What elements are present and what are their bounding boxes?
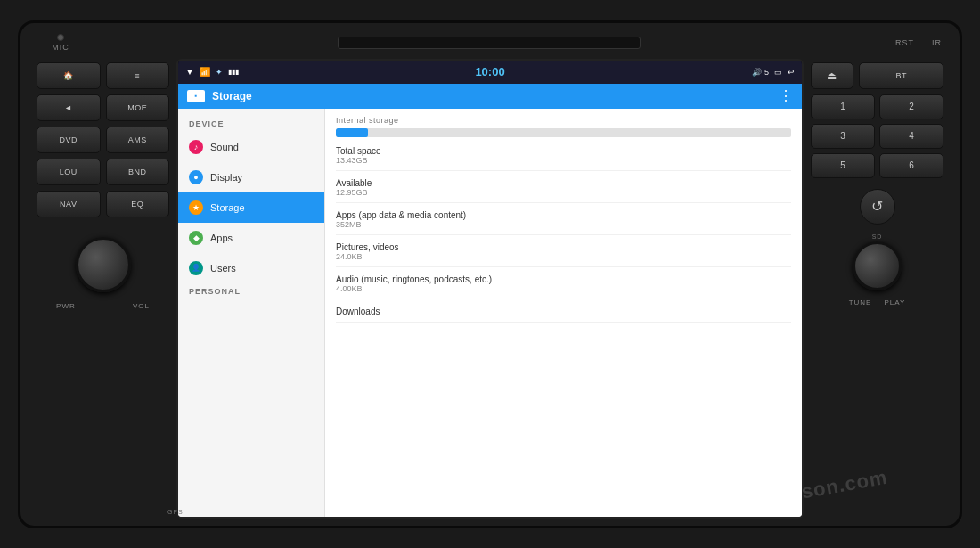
btn-row-1: 🏠 ≡ (37, 62, 169, 89)
right-knob-area: SD (811, 233, 943, 290)
rst-label: RST (895, 38, 914, 47)
settings-content: DEVICE ♪ Sound ● Display ★ Storage (178, 109, 802, 517)
cd-slot (338, 37, 641, 49)
num-3-button[interactable]: 3 (811, 124, 875, 149)
undo-button[interactable]: ↺ (860, 189, 895, 225)
settings-item-sound[interactable]: ♪ Sound (178, 132, 324, 162)
storage-row-pictures: Pictures, videos 24.0KB (336, 242, 791, 267)
total-space-title: Total space (336, 146, 791, 156)
left-knob-area (37, 230, 169, 295)
sound-label: Sound (210, 142, 239, 152)
settings-item-display[interactable]: ● Display (178, 162, 324, 192)
bottom-labels: PWR VOL (37, 302, 169, 310)
screen: ▼ 📶 ✦ ▮▮▮ 10:00 🔊 5 ▭ ↩ ▪ Storage ⋮ (176, 59, 804, 519)
storage-icon-sidebar: ★ (189, 200, 203, 215)
available-value: 12.95GB (336, 188, 791, 197)
bnd-button[interactable]: BND (106, 159, 170, 185)
gps-label: GPS (167, 509, 184, 515)
nav-button[interactable]: NAV (37, 191, 101, 217)
storage-icon: ▪ (187, 90, 205, 102)
right-panel: ⏏ BT 1 2 3 4 5 6 ↺ SD TUNE PLAY (804, 59, 951, 519)
back-button[interactable]: ◄ (37, 94, 101, 121)
num-1-button[interactable]: 1 (811, 94, 875, 119)
sound-icon: ♪ (189, 140, 203, 154)
storage-row-available: Available 12.95GB (336, 178, 791, 203)
menu-button[interactable]: ≡ (106, 62, 170, 89)
tune-label: TUNE (849, 299, 872, 307)
audio-title: Audio (music, ringtones, podcasts, etc.) (336, 274, 791, 284)
num-4-button[interactable]: 4 (879, 124, 943, 149)
lou-button[interactable]: LOU (37, 159, 101, 185)
internal-storage-title: Internal storage (336, 116, 791, 125)
ir-label: IR (932, 38, 942, 47)
battery-icon: ▭ (774, 68, 782, 77)
storage-row-total: Total space 13.43GB (336, 146, 791, 171)
settings-main: Internal storage Total space 13.43GB Ava… (325, 109, 802, 517)
section-device: DEVICE (178, 116, 324, 132)
num-grid: 1 2 3 4 5 6 (811, 94, 943, 178)
bottom-right-labels: TUNE PLAY (811, 299, 943, 307)
users-label: Users (210, 263, 236, 274)
display-icon: ● (189, 170, 203, 184)
storage-row-downloads: Downloads (336, 307, 791, 323)
num-6-button[interactable]: 6 (879, 153, 943, 178)
mic-label: MIC (52, 43, 69, 52)
users-icon: 👤 (189, 261, 203, 275)
display-label: Display (210, 172, 242, 183)
pictures-value: 24.0KB (336, 252, 791, 261)
car-unit: MIC RST IR 🏠 ≡ ◄ MOE DVD AMS LOU (18, 20, 962, 528)
pwr-label: PWR (56, 302, 76, 310)
left-panel: 🏠 ≡ ◄ MOE DVD AMS LOU BND NAV EQ (29, 59, 176, 519)
audio-value: 4.00KB (336, 284, 791, 293)
app-bar: ▪ Storage ⋮ (178, 84, 802, 109)
settings-item-storage[interactable]: ★ Storage (178, 192, 324, 223)
tune-knob[interactable] (853, 241, 902, 290)
settings-item-users[interactable]: 👤 Users (178, 253, 324, 283)
storage-label: Storage (210, 202, 245, 213)
more-icon[interactable]: ⋮ (779, 87, 793, 104)
storage-row-apps: Apps (app data & media content) 352MB (336, 210, 791, 235)
apps-icon: ◆ (189, 231, 203, 245)
eject-button[interactable]: ⏏ (811, 62, 853, 89)
settings-item-apps[interactable]: ◆ Apps (178, 223, 324, 253)
app-bar-title: Storage (212, 90, 252, 102)
right-top-row: ⏏ BT (811, 62, 943, 89)
bt-button[interactable]: BT (859, 62, 943, 89)
btn-row-2: ◄ MOE (37, 94, 169, 121)
pictures-title: Pictures, videos (336, 242, 791, 252)
android-icon: ▼ (185, 67, 194, 77)
num-2-button[interactable]: 2 (879, 94, 943, 119)
volume-icon: 🔊 5 (752, 68, 769, 77)
storage-bar-fill (336, 128, 368, 137)
return-icon: ↩ (788, 68, 795, 77)
status-time: 10:00 (475, 65, 504, 78)
eq-button[interactable]: EQ (106, 191, 170, 217)
vol-knob-area (76, 237, 131, 295)
wifi-icon: 📶 (200, 67, 210, 77)
home-button[interactable]: 🏠 (37, 62, 101, 89)
mic-area: MIC (38, 34, 83, 52)
dvd-button[interactable]: DVD (37, 127, 101, 153)
status-left: ▼ 📶 ✦ ▮▮▮ (185, 67, 239, 77)
vol-knob[interactable] (76, 237, 131, 292)
signal-icon: ▮▮▮ (228, 68, 239, 76)
status-bar: ▼ 📶 ✦ ▮▮▮ 10:00 🔊 5 ▭ ↩ (178, 61, 802, 84)
btn-row-3: DVD AMS (37, 127, 169, 153)
apps-title: Apps (app data & media content) (336, 210, 791, 220)
play-label: PLAY (884, 299, 905, 307)
num-5-button[interactable]: 5 (811, 153, 875, 178)
main-row: 🏠 ≡ ◄ MOE DVD AMS LOU BND NAV EQ (29, 59, 951, 519)
total-space-value: 13.43GB (336, 156, 791, 165)
moe-button[interactable]: MOE (106, 94, 170, 121)
btn-row-4: LOU BND (37, 159, 169, 185)
vol-label: VOL (133, 302, 150, 310)
top-bar: MIC RST IR (29, 34, 951, 52)
apps-value: 352MB (336, 220, 791, 229)
available-title: Available (336, 178, 791, 188)
mic-dot (57, 34, 64, 41)
ams-button[interactable]: AMS (106, 127, 170, 153)
rst-ir-area: RST IR (895, 38, 942, 47)
downloads-title: Downloads (336, 307, 791, 316)
settings-sidebar: DEVICE ♪ Sound ● Display ★ Storage (178, 109, 325, 517)
storage-row-audio: Audio (music, ringtones, podcasts, etc.)… (336, 274, 791, 299)
